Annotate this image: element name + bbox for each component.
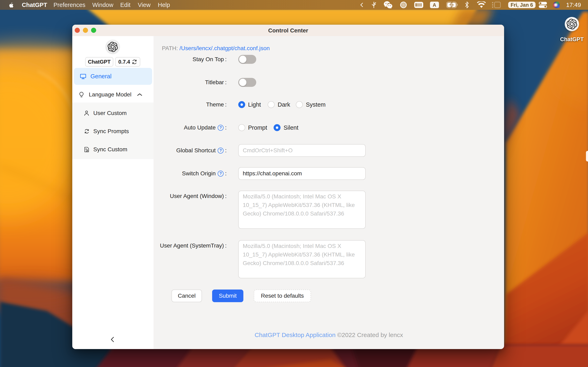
svg-text:A: A xyxy=(433,2,436,8)
